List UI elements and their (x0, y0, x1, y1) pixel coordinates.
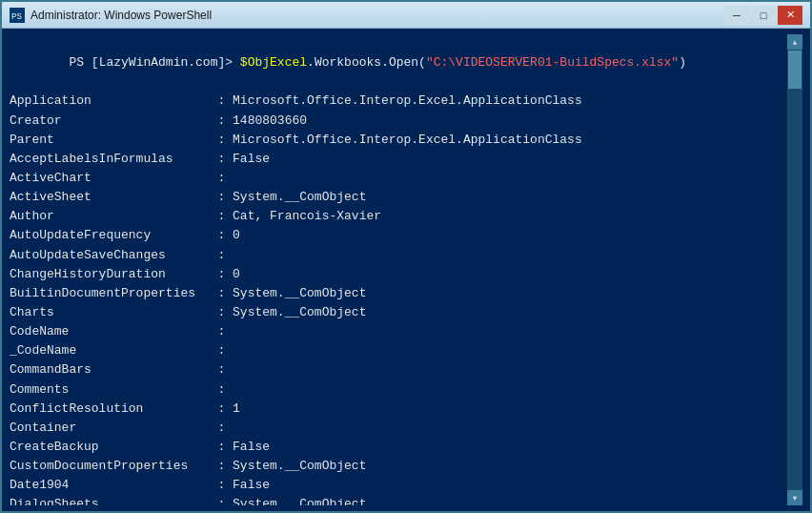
ps-text-area[interactable]: PS [LazyWinAdmin.com]> $ObjExcel.Workboo… (10, 34, 787, 505)
property-row: ChangeHistoryDuration : 0 (10, 265, 787, 284)
ps-string-arg: "C:\VIDEOSERVER01-BuildSpecs.xlsx" (426, 55, 679, 70)
property-row: Application : Microsoft.Office.Interop.E… (10, 92, 787, 111)
prop-name: ActiveChart (10, 171, 217, 185)
prop-value: 1 (233, 401, 240, 416)
prop-colon: : (217, 421, 233, 435)
prop-colon: : (217, 93, 233, 108)
prop-value: System.__ComObject (233, 305, 366, 319)
ps-path: PS [LazyWinAdmin.com]> (69, 55, 239, 70)
property-row: AcceptLabelsInFormulas : False (10, 150, 787, 169)
minimize-button[interactable]: ─ (724, 6, 749, 25)
prop-colon: : (217, 324, 233, 339)
prop-name: AutoUpdateFrequency (10, 228, 217, 242)
restore-button[interactable]: □ (751, 6, 776, 25)
property-row: Comments : (10, 380, 787, 400)
prop-name: Parent (10, 133, 217, 147)
prop-name: Date1904 (10, 478, 217, 492)
property-row: DialogSheets : System.__ComObject (10, 495, 787, 505)
window-title: Administrator: Windows PowerShell (30, 9, 212, 22)
prop-name: BuiltinDocumentProperties (10, 286, 217, 300)
ps-command-line: PS [LazyWinAdmin.com]> $ObjExcel.Workboo… (10, 34, 787, 92)
prop-name: AcceptLabelsInFormulas (10, 152, 217, 166)
main-window: PS Administrator: Windows PowerShell ─ □… (0, 0, 812, 513)
prop-colon: : (217, 267, 233, 281)
prop-value: 0 (233, 228, 240, 242)
prop-value: False (233, 478, 270, 492)
prop-value: 0 (233, 267, 240, 281)
prop-colon: : (217, 401, 233, 416)
prop-colon: : (217, 152, 233, 166)
prop-value: False (233, 152, 270, 166)
prop-colon: : (217, 478, 233, 492)
property-row: CreateBackup : False (10, 438, 787, 457)
prop-value: Cat, Francois-Xavier (233, 209, 381, 223)
prop-colon: : (217, 248, 233, 262)
property-row: Parent : Microsoft.Office.Interop.Excel.… (10, 131, 787, 150)
prop-name: Creator (10, 113, 217, 128)
prop-name: Application (10, 93, 217, 108)
svg-text:PS: PS (11, 12, 22, 22)
property-row: AutoUpdateFrequency : 0 (10, 226, 787, 245)
ps-method: .Workbooks.Open( (307, 55, 426, 70)
prop-colon: : (217, 440, 233, 454)
prop-name: ConflictResolution (10, 401, 217, 416)
prop-name: ChangeHistoryDuration (10, 267, 217, 281)
prop-colon: : (217, 190, 233, 204)
prop-value: System.__ComObject (233, 286, 366, 300)
prop-value: System.__ComObject (233, 497, 366, 505)
prop-value: 1480803660 (233, 113, 307, 128)
ps-content-area: PS [LazyWinAdmin.com]> $ObjExcel.Workboo… (2, 29, 810, 511)
prop-value: System.__ComObject (233, 190, 366, 204)
property-row: ActiveSheet : System.__ComObject (10, 188, 787, 207)
prop-colon: : (217, 171, 233, 185)
prop-name: Charts (10, 305, 217, 319)
prop-value: System.__ComObject (233, 459, 366, 473)
title-bar-controls: ─ □ ✕ (724, 6, 802, 25)
scroll-up-arrow[interactable]: ▲ (787, 34, 802, 50)
prop-name: CreateBackup (10, 440, 217, 454)
prop-colon: : (217, 113, 233, 128)
property-row: CustomDocumentProperties : System.__ComO… (10, 457, 787, 476)
prop-colon: : (217, 362, 233, 377)
prop-value: False (233, 440, 270, 454)
prop-colon: : (217, 286, 233, 300)
powershell-icon: PS (10, 8, 25, 23)
prop-name: AutoUpdateSaveChanges (10, 248, 217, 262)
vertical-scrollbar[interactable]: ▲ ▼ (787, 34, 802, 505)
property-row: CodeName : (10, 322, 787, 341)
property-row: CommandBars : (10, 360, 787, 380)
prop-name: DialogSheets (10, 497, 217, 505)
prop-name: CommandBars (10, 362, 217, 377)
property-row: _CodeName : (10, 341, 787, 360)
prop-colon: : (217, 209, 233, 223)
prop-name: Author (10, 209, 217, 223)
ps-variable: $ObjExcel (240, 55, 307, 70)
scroll-down-arrow[interactable]: ▼ (787, 490, 802, 505)
prop-name: ActiveSheet (10, 190, 217, 204)
close-button[interactable]: ✕ (778, 6, 802, 25)
prop-name: Comments (10, 382, 217, 397)
prop-colon: : (217, 305, 233, 319)
property-row: Creator : 1480803660 (10, 112, 787, 131)
property-row: Date1904 : False (10, 476, 787, 495)
title-bar-left: PS Administrator: Windows PowerShell (10, 8, 212, 23)
prop-colon: : (217, 459, 233, 473)
prop-colon: : (217, 497, 233, 505)
property-row: AutoUpdateSaveChanges : (10, 246, 787, 265)
prop-name: Container (10, 421, 217, 435)
prop-name: _CodeName (10, 343, 217, 358)
prop-colon: : (217, 228, 233, 242)
property-row: Author : Cat, Francois-Xavier (10, 207, 787, 226)
prop-colon: : (217, 343, 233, 358)
prop-colon: : (217, 133, 233, 147)
property-row: ActiveChart : (10, 169, 787, 188)
prop-colon: : (217, 382, 233, 397)
ps-close-paren: ) (679, 55, 686, 70)
title-bar: PS Administrator: Windows PowerShell ─ □… (2, 2, 810, 29)
scrollbar-track[interactable] (788, 51, 802, 489)
properties-list: Application : Microsoft.Office.Interop.E… (10, 92, 787, 505)
property-row: BuiltinDocumentProperties : System.__Com… (10, 284, 787, 303)
prop-value: Microsoft.Office.Interop.Excel.Applicati… (233, 93, 582, 108)
scrollbar-thumb[interactable] (788, 51, 802, 89)
prop-name: CodeName (10, 324, 217, 339)
